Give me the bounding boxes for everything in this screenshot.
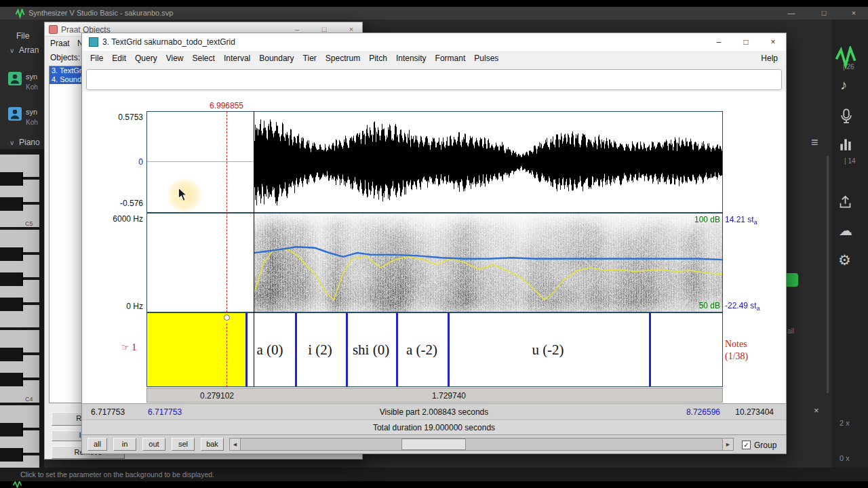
praat-menu-praat[interactable]: Praat: [50, 39, 70, 48]
textgrid-close-button[interactable]: ×: [762, 33, 785, 51]
synthv-logo-icon: [15, 9, 25, 18]
synthv-minimize-button[interactable]: —: [780, 7, 803, 20]
menu-interval[interactable]: Interval: [224, 54, 250, 63]
zoom-sel-button[interactable]: sel: [172, 438, 195, 451]
hamburger-menu-icon[interactable]: ≡: [811, 136, 818, 150]
synthv-menu-file[interactable]: File: [16, 31, 29, 41]
cursor-handle[interactable]: [224, 314, 230, 321]
rail-fragment-26: | 26: [843, 63, 854, 70]
frequency-max-label: 6000 Hz: [82, 214, 143, 224]
zoom-in-button[interactable]: in: [113, 438, 136, 451]
piano-key-black[interactable]: [0, 172, 23, 186]
piano-key-black[interactable]: [0, 272, 23, 286]
total-end-time[interactable]: 10.273404: [735, 407, 774, 417]
microphone-icon[interactable]: [840, 108, 853, 125]
interval-label[interactable]: a (-2): [381, 342, 462, 359]
synthv-titlebar[interactable]: Synthesizer V Studio Basic - sakuranbo.s…: [0, 7, 868, 20]
textgrid-maximize-button[interactable]: □: [734, 33, 757, 51]
check-icon: ✓: [743, 441, 749, 449]
menu-intensity[interactable]: Intensity: [396, 54, 427, 63]
zoom-all-button[interactable]: all: [87, 438, 107, 451]
menu-formant[interactable]: Formant: [435, 54, 466, 63]
piano-key-black[interactable]: [0, 247, 23, 261]
piano-key-black[interactable]: [0, 348, 23, 361]
track2-name[interactable]: syn: [26, 108, 37, 116]
menu-boundary[interactable]: Boundary: [259, 54, 294, 63]
piano-key-black[interactable]: [0, 373, 23, 386]
amplitude-max-label: 0.5753: [82, 113, 143, 122]
piano-key-black[interactable]: [0, 448, 23, 462]
menu-help[interactable]: Help: [761, 54, 778, 63]
scrollbar-right-arrow[interactable]: ▶: [722, 439, 733, 450]
zoom-bak-button[interactable]: bak: [201, 438, 224, 451]
piano-key-black[interactable]: [0, 298, 23, 311]
piano-key-black[interactable]: [0, 423, 23, 436]
menu-view[interactable]: View: [166, 54, 184, 63]
time-scrollbar[interactable]: ◀ ▶: [229, 438, 734, 451]
pitch-max-label: 14.21 sta: [725, 215, 757, 226]
synthv-window-title: Synthesizer V Studio Basic - sakuranbo.s…: [28, 9, 173, 17]
interval-label[interactable]: u (-2): [507, 342, 589, 359]
menu-file[interactable]: File: [90, 54, 103, 63]
track1-avatar[interactable]: [8, 72, 22, 85]
chevron-down-icon[interactable]: ∨: [9, 139, 14, 146]
rail-fragment-14: | 14: [844, 157, 856, 165]
screen: Synthesizer V Studio Basic - sakuranbo.s…: [0, 0, 868, 488]
synthv-statusbar: Click to set the parameter on the backgr…: [0, 468, 868, 481]
textgrid-window-icon: [89, 37, 98, 47]
music-note-icon[interactable]: ♪: [840, 77, 847, 93]
piano-panel-label[interactable]: Piano: [19, 138, 40, 147]
menu-query[interactable]: Query: [135, 54, 157, 63]
tier-boundary[interactable]: [649, 313, 651, 386]
menu-edit[interactable]: Edit: [112, 54, 126, 63]
praat-app-icon: [49, 25, 58, 34]
close-icon[interactable]: ×: [814, 405, 819, 415]
letterbox-top: [0, 0, 868, 7]
textgrid-minimize-button[interactable]: –: [707, 33, 730, 51]
group-checkbox-label: Group: [754, 441, 776, 450]
zoom-out-button[interactable]: out: [142, 438, 165, 451]
menu-select[interactable]: Select: [193, 54, 215, 63]
menu-pitch[interactable]: Pitch: [369, 54, 387, 63]
pointing-hand-icon: ☞: [121, 342, 130, 352]
waveform-canvas[interactable]: [254, 112, 722, 212]
levels-icon[interactable]: [839, 138, 852, 151]
total-duration-label: Total duration 19.000000 seconds: [82, 423, 786, 432]
cloud-icon[interactable]: ☁: [839, 222, 852, 239]
synthv-close-button[interactable]: ×: [842, 7, 865, 20]
cursor-time-label: 6.996855: [179, 101, 274, 110]
scrollbar-left-arrow[interactable]: ◀: [230, 439, 241, 450]
chevron-down-icon[interactable]: ∨: [9, 47, 14, 54]
right-scrollbar[interactable]: [827, 156, 829, 393]
cursor-line-upper[interactable]: [226, 111, 227, 312]
visible-part-button[interactable]: Visible part 2.008843 seconds: [82, 407, 786, 417]
menu-pulses[interactable]: Pulses: [474, 54, 498, 63]
scrollbar-thumb[interactable]: [401, 439, 466, 450]
db-max-label: 100 dB: [652, 215, 720, 224]
piano-key-black[interactable]: [0, 197, 23, 211]
menu-spectrum[interactable]: Spectrum: [326, 54, 360, 63]
green-accent-button[interactable]: [785, 273, 798, 287]
right-rail: [831, 20, 868, 468]
export-icon[interactable]: [838, 195, 852, 209]
cursor-line-lower[interactable]: [226, 323, 227, 387]
nav-row: allinoutselbak ◀ ▶ ✓ Group: [82, 434, 786, 453]
window-end-time[interactable]: 8.726596: [686, 407, 720, 417]
menu-tier[interactable]: Tier: [303, 54, 317, 63]
track2-avatar[interactable]: [8, 107, 22, 121]
selection-duration-label[interactable]: 0.279102: [176, 391, 258, 401]
amplitude-zero-label: 0: [82, 157, 143, 167]
duration-strip[interactable]: 0.279102 1.729740: [146, 388, 723, 403]
tier-selector[interactable]: ☞ 1: [121, 342, 137, 353]
interval-text-field[interactable]: [86, 69, 782, 90]
group-checkbox[interactable]: ✓: [742, 441, 751, 449]
gear-icon[interactable]: ⚙: [838, 252, 851, 268]
textgrid-titlebar[interactable]: 3. TextGrid sakurnabo_todo_textGrid – □ …: [82, 33, 786, 51]
spectrogram-canvas[interactable]: [254, 214, 722, 312]
total-duration-row[interactable]: Total duration 19.000000 seconds: [82, 420, 786, 434]
tier-number: 1: [132, 342, 137, 352]
arrange-panel-label[interactable]: Arran: [19, 45, 39, 55]
remainder-duration-label[interactable]: 1.729740: [408, 391, 490, 401]
synthv-maximize-button[interactable]: □: [812, 7, 835, 20]
track1-name[interactable]: syn: [26, 73, 37, 81]
